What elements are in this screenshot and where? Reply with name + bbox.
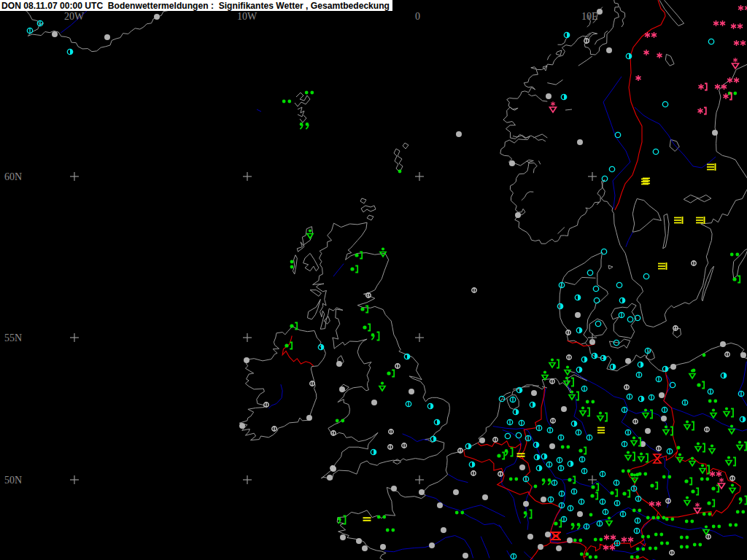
svg-text:10W: 10W [237, 11, 258, 22]
svg-text:55N: 55N [4, 332, 22, 343]
svg-text:DON 08.11.07 00:00 UTC Bodenw: DON 08.11.07 00:00 UTC Bodenwettermeldun… [1, 0, 390, 11]
svg-text:50N: 50N [4, 475, 22, 486]
svg-text:20W: 20W [64, 11, 85, 22]
svg-text:0: 0 [415, 11, 420, 22]
svg-text:10E: 10E [581, 11, 598, 22]
svg-text:60N: 60N [4, 171, 22, 182]
